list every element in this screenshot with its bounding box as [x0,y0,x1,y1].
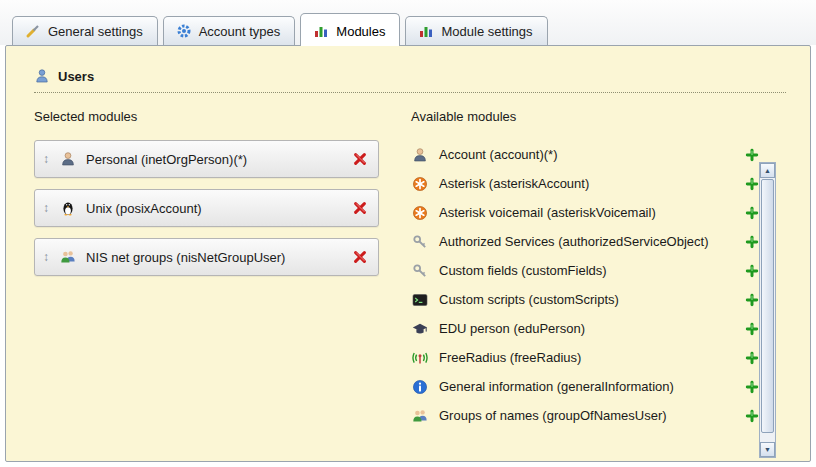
person-icon [59,151,77,167]
tab-label: Account types [199,24,281,39]
selected-module-label: Personal (inetOrgPerson)(*) [86,152,352,167]
available-module-label: Authorized Services (authorizedServiceOb… [439,234,709,249]
available-module-row: EDU person (eduPerson) [411,314,759,343]
available-module-label: Account (account)(*) [439,147,558,162]
asterisk-icon [411,176,429,192]
add-module-button[interactable] [745,380,759,394]
users-section-header: Users [34,68,786,93]
add-module-button[interactable] [745,351,759,365]
available-modules-list: Account (account)(*) Asterisk (asteriskA… [411,140,810,430]
scrollbar-thumb[interactable] [761,179,774,433]
available-modules-heading: Available modules [411,109,810,124]
available-module-label: FreeRadius (freeRadius) [439,350,581,365]
add-module-button[interactable] [745,264,759,278]
module-columns: Selected modules ↕ Personal (inetOrgPers… [30,109,810,430]
drag-handle-icon[interactable]: ↕ [43,152,59,166]
remove-module-button[interactable] [352,151,368,167]
drag-handle-icon[interactable]: ↕ [43,250,59,264]
drag-handle-icon[interactable]: ↕ [43,201,59,215]
wrench-icon [25,23,41,39]
selected-module-label: Unix (posixAccount) [86,201,352,216]
tab-label: General settings [48,24,143,39]
tab-label: Modules [336,24,385,39]
antenna-icon [411,350,429,366]
group-icon [59,249,77,265]
selected-module-label: NIS net groups (nisNetGroupUser) [86,250,352,265]
tab-account-types[interactable]: Account types [163,16,296,45]
add-module-button[interactable] [745,322,759,336]
tab-header: General settings Account types Modules M… [0,0,816,45]
terminal-icon [411,292,429,308]
available-module-row: Authorized Services (authorizedServiceOb… [411,227,759,256]
person-icon [411,147,429,163]
remove-module-button[interactable] [352,249,368,265]
add-module-button[interactable] [745,206,759,220]
scroll-up-button[interactable]: ▲ [760,163,775,178]
available-module-label: EDU person (eduPerson) [439,321,585,336]
section-title: Users [58,69,94,84]
selected-module-row: ↕ NIS net groups (nisNetGroupUser) [34,238,379,276]
available-module-row: Custom scripts (customScripts) [411,285,759,314]
tab-label: Module settings [441,24,532,39]
group-icon [411,408,429,424]
available-module-label: Custom fields (customFields) [439,263,607,278]
selected-modules-column: Selected modules ↕ Personal (inetOrgPers… [34,109,386,430]
tab-module-settings[interactable]: Module settings [405,16,547,45]
chart-icon [418,23,434,39]
graduation-icon [411,321,429,337]
available-module-label: General information (generalInformation) [439,379,674,394]
asterisk-icon [411,205,429,221]
selected-module-row: ↕ Personal (inetOrgPerson)(*) [34,140,379,178]
available-module-label: Custom scripts (customScripts) [439,292,619,307]
available-module-row: Asterisk voicemail (asteriskVoicemail) [411,198,759,227]
key-icon [411,263,429,279]
user-icon [34,68,50,84]
available-module-label: Groups of names (groupOfNamesUser) [439,408,667,423]
scrollbar[interactable]: ▲ ▼ [759,162,776,458]
available-module-row: Account (account)(*) [411,140,759,169]
available-modules-column: Available modules Account (account)(*) A… [411,109,810,430]
remove-module-button[interactable] [352,200,368,216]
scroll-down-button[interactable]: ▼ [760,442,775,457]
selected-module-row: ↕ Unix (posixAccount) [34,189,379,227]
penguin-icon [59,200,77,216]
modules-panel: Users Selected modules ↕ Personal (inetO… [5,45,811,462]
tab-modules[interactable]: Modules [300,13,400,46]
tab-bar: General settings Account types Modules M… [8,13,810,45]
add-module-button[interactable] [745,235,759,249]
selected-modules-heading: Selected modules [34,109,386,124]
chart-icon [313,23,329,39]
available-module-row: General information (generalInformation) [411,372,759,401]
gear-icon [176,23,192,39]
available-module-row: Asterisk (asteriskAccount) [411,169,759,198]
available-module-label: Asterisk voicemail (asteriskVoicemail) [439,205,656,220]
available-module-row: FreeRadius (freeRadius) [411,343,759,372]
available-module-label: Asterisk (asteriskAccount) [439,176,589,191]
add-module-button[interactable] [745,148,759,162]
add-module-button[interactable] [745,409,759,423]
add-module-button[interactable] [745,293,759,307]
available-module-row: Groups of names (groupOfNamesUser) [411,401,759,430]
info-icon [411,379,429,395]
key-icon [411,234,429,250]
tab-general-settings[interactable]: General settings [12,16,158,45]
available-module-row: Custom fields (customFields) [411,256,759,285]
add-module-button[interactable] [745,177,759,191]
